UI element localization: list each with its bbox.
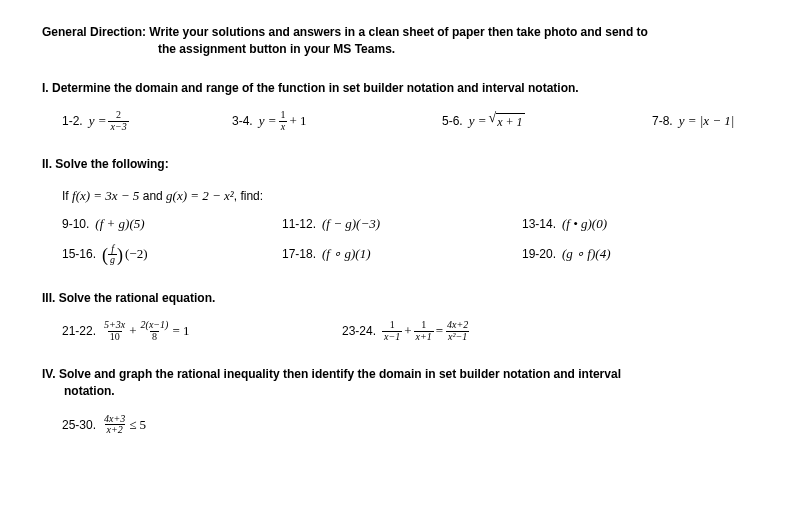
- q13-label: 13-14.: [522, 216, 556, 233]
- q9-expr: (f + g)(5): [95, 215, 144, 233]
- q15-paren: ( f g ): [102, 244, 123, 266]
- q23-frac1: 1 x−1: [382, 320, 402, 342]
- q4-expr: y = |x − 1|: [679, 112, 735, 130]
- q23-frac2: 1 x+1: [414, 320, 434, 342]
- q21-frac1: 5+3x 10: [102, 320, 127, 342]
- section-III-heading: III. Solve the rational equation.: [42, 290, 768, 307]
- q25-tail: ≤ 5: [129, 416, 146, 434]
- q15-label: 15-16.: [62, 246, 96, 263]
- section-II-row1: 9-10. (f + g)(5) 11-12. (f − g)(−3) 13-1…: [42, 215, 768, 233]
- q17-expr: (f ∘ g)(1): [322, 245, 370, 263]
- q4: 7-8. y = |x − 1|: [652, 110, 734, 132]
- q17: 17-18. (f ∘ g)(1): [282, 244, 522, 266]
- section-I-row: 1-2. y = 2 x−3 3-4. y = 1 x + 1 5-6.: [42, 110, 768, 132]
- q21-label: 21-22.: [62, 323, 96, 340]
- q13: 13-14. (f • g)(0): [522, 215, 607, 233]
- q2: 3-4. y = 1 x + 1: [232, 110, 442, 132]
- section-II-row2: 15-16. ( f g ) (−2) 17-18. (f ∘ g)(1) 19…: [42, 244, 768, 266]
- section-II: II. Solve the following: If f(x) = 3x − …: [42, 156, 768, 265]
- q2-tail: + 1: [289, 112, 306, 130]
- q23: 23-24. 1 x−1 + 1 x+1 = 4x+2 x²−1: [342, 320, 470, 342]
- q2-lhs: y =: [259, 112, 277, 130]
- section-II-heading: II. Solve the following:: [42, 156, 768, 173]
- q9-label: 9-10.: [62, 216, 89, 233]
- section-IV-heading: IV. Solve and graph the rational inequal…: [42, 366, 768, 400]
- q19-label: 19-20.: [522, 246, 556, 263]
- q11: 11-12. (f − g)(−3): [282, 215, 522, 233]
- q3: 5-6. y = √ x + 1: [442, 110, 652, 132]
- q3-label: 5-6.: [442, 113, 463, 130]
- section-IV: IV. Solve and graph the rational inequal…: [42, 366, 768, 436]
- section-I: I. Determine the domain and range of the…: [42, 80, 768, 133]
- section-III: III. Solve the rational equation. 21-22.…: [42, 290, 768, 343]
- q23-frac3: 4x+2 x²−1: [445, 320, 470, 342]
- q19: 19-20. (g ∘ f)(4): [522, 244, 610, 266]
- q25-frac: 4x+3 x+2: [102, 414, 127, 436]
- q1: 1-2. y = 2 x−3: [62, 110, 232, 132]
- q21: 21-22. 5+3x 10 + 2(x−1) 8 = 1: [62, 320, 342, 342]
- q13-expr: (f • g)(0): [562, 215, 607, 233]
- general-direction-line2: the assignment button in your MS Teams.: [42, 41, 768, 58]
- q1-fraction: 2 x−3: [108, 110, 128, 132]
- section-IV-row: 25-30. 4x+3 x+2 ≤ 5: [42, 414, 768, 436]
- q11-expr: (f − g)(−3): [322, 215, 380, 233]
- q21-frac2: 2(x−1) 8: [139, 320, 171, 342]
- section-II-prompt: If f(x) = 3x − 5 and g(x) = 2 − x², find…: [42, 187, 768, 205]
- general-direction-line1: General Direction: Write your solutions …: [42, 24, 768, 41]
- q23-label: 23-24.: [342, 323, 376, 340]
- q17-label: 17-18.: [282, 246, 316, 263]
- q11-label: 11-12.: [282, 216, 316, 233]
- section-III-row: 21-22. 5+3x 10 + 2(x−1) 8 = 1 23-24. 1 x…: [42, 320, 768, 342]
- q15: 15-16. ( f g ) (−2): [62, 244, 282, 266]
- q1-lhs: y =: [89, 112, 107, 130]
- q1-label: 1-2.: [62, 113, 83, 130]
- q25: 25-30. 4x+3 x+2 ≤ 5: [62, 414, 146, 436]
- q19-expr: (g ∘ f)(4): [562, 245, 610, 263]
- section-I-heading: I. Determine the domain and range of the…: [42, 80, 768, 97]
- q9: 9-10. (f + g)(5): [62, 215, 282, 233]
- q3-sqrt: √ x + 1: [488, 111, 524, 131]
- q2-fraction: 1 x: [278, 110, 287, 132]
- q3-lhs: y =: [469, 112, 487, 130]
- q2-label: 3-4.: [232, 113, 253, 130]
- general-direction: General Direction: Write your solutions …: [42, 24, 768, 58]
- q15-tail: (−2): [125, 245, 148, 263]
- q25-label: 25-30.: [62, 417, 96, 434]
- q4-label: 7-8.: [652, 113, 673, 130]
